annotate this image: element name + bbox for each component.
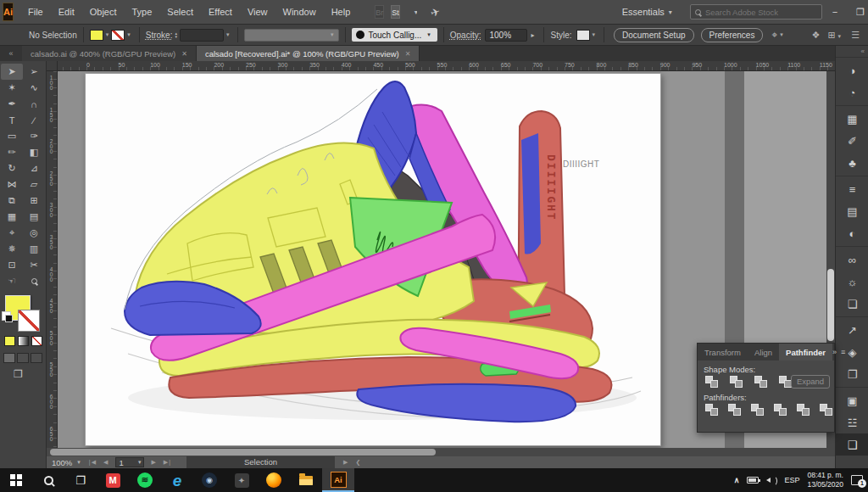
- menu-view[interactable]: View: [240, 7, 275, 17]
- tab-transform[interactable]: Transform: [698, 344, 748, 361]
- stroke-weight-field[interactable]: [180, 29, 224, 42]
- opacity-label[interactable]: Opacity:: [450, 31, 481, 40]
- panel-layout-icon[interactable]: ⊞▾: [827, 30, 843, 41]
- lasso-tool[interactable]: ∿: [23, 80, 45, 96]
- tab-close-icon[interactable]: ✕: [181, 50, 187, 58]
- outline-button[interactable]: [796, 404, 811, 417]
- share-icon[interactable]: ✈: [429, 4, 442, 20]
- fill-color-swatch[interactable]: [90, 30, 103, 41]
- transparency-panel-button[interactable]: ◐: [836, 222, 868, 244]
- direct-selection-tool[interactable]: ➢: [23, 64, 45, 80]
- zoom-tool[interactable]: [23, 273, 45, 289]
- unite-button[interactable]: [704, 376, 721, 389]
- notification-center-icon[interactable]: 1: [851, 475, 863, 485]
- none-button[interactable]: [31, 336, 42, 346]
- color-guide-panel-button[interactable]: ◔: [836, 81, 868, 103]
- last-artboard-icon[interactable]: ▶|: [164, 459, 171, 466]
- appearance-panel-button[interactable]: ☼: [836, 271, 868, 293]
- arrange-icon[interactable]: ❖: [812, 30, 821, 41]
- horizontal-scrollbar-thumb[interactable]: [50, 449, 436, 456]
- artboards-panel-button[interactable]: ❐: [836, 363, 868, 385]
- minus-front-button[interactable]: [729, 376, 746, 389]
- mesh-tool[interactable]: ▦: [1, 209, 23, 225]
- menu-help[interactable]: Help: [324, 7, 359, 17]
- type-tool[interactable]: T: [1, 112, 23, 128]
- tab-pathfinder[interactable]: Pathfinder: [779, 344, 832, 361]
- menu-file[interactable]: File: [20, 7, 51, 17]
- crop-button[interactable]: [773, 404, 788, 417]
- taskbar-search[interactable]: [32, 468, 64, 492]
- chevron-down-icon[interactable]: ▾: [593, 31, 596, 38]
- stock-icon[interactable]: St: [391, 5, 400, 19]
- intersect-button[interactable]: [754, 376, 771, 389]
- first-artboard-icon[interactable]: |◀: [89, 459, 97, 466]
- pathfinder-panel-button[interactable]: ❑: [836, 433, 868, 456]
- pencil-tool[interactable]: ✏: [1, 144, 23, 160]
- taskbar-steam[interactable]: ◉: [193, 468, 225, 492]
- scale-tool[interactable]: ⊿: [23, 160, 45, 176]
- chevron-down-icon[interactable]: ▾: [77, 459, 81, 466]
- gradient-tool[interactable]: ▤: [23, 209, 45, 225]
- panel-menu-icon[interactable]: ≡: [841, 348, 845, 356]
- taskbar-task-view[interactable]: ❐: [64, 468, 97, 492]
- horizontal-scrollbar[interactable]: [47, 448, 835, 456]
- swatches-panel-button[interactable]: ▦: [836, 108, 868, 130]
- minimize-button[interactable]: −: [822, 0, 848, 24]
- menu-edit[interactable]: Edit: [51, 7, 82, 17]
- gradient-button[interactable]: [18, 336, 29, 346]
- taskbar-edge[interactable]: e: [161, 468, 193, 492]
- isolate-selection-icon[interactable]: ⌖: [771, 29, 777, 41]
- rectangle-tool[interactable]: ▭: [1, 128, 23, 144]
- magic-wand-tool[interactable]: ✶: [1, 80, 23, 96]
- chevron-down-icon[interactable]: ▾: [106, 31, 109, 38]
- menu-type[interactable]: Type: [125, 7, 160, 17]
- taskbar-mail-app[interactable]: M: [97, 468, 129, 492]
- workspace-switcher[interactable]: Essentials ▾: [622, 7, 675, 17]
- clock[interactable]: 08:41 p. m. 13/05/2020: [807, 471, 843, 489]
- minus-back-button[interactable]: [819, 404, 834, 417]
- collapse-tabs-icon[interactable]: «: [0, 46, 22, 61]
- volume-icon[interactable]: [766, 476, 776, 484]
- tab-calsado-recovered[interactable]: calsado [Recovered].ai* @ 100% (RGB/GPU …: [197, 46, 420, 61]
- gradient-panel-button[interactable]: ▤: [836, 200, 868, 222]
- free-transform-tool[interactable]: ▱: [23, 176, 45, 193]
- menu-icon[interactable]: ☰: [851, 30, 860, 41]
- stroke-panel-button[interactable]: ≡: [836, 178, 868, 200]
- menu-window[interactable]: Window: [275, 7, 324, 17]
- align-panel-button[interactable]: ☳: [836, 411, 868, 433]
- language-indicator[interactable]: ESP: [784, 476, 799, 484]
- stroke-weight-label[interactable]: Stroke:: [146, 31, 173, 40]
- stroke-color-swatch[interactable]: [111, 30, 125, 41]
- stroke-stepper[interactable]: ▴▾: [175, 31, 177, 38]
- stock-search[interactable]: [690, 4, 822, 20]
- style-swatch[interactable]: [576, 30, 590, 41]
- draw-behind-button[interactable]: [17, 353, 29, 363]
- chevron-down-icon[interactable]: ▾: [780, 31, 783, 38]
- menu-effect[interactable]: Effect: [201, 7, 240, 17]
- width-tool[interactable]: ⋈: [1, 176, 23, 193]
- curvature-tool[interactable]: ∩: [23, 96, 45, 112]
- search-input[interactable]: [705, 8, 817, 17]
- panel-double-arrow-icon[interactable]: »: [832, 348, 837, 356]
- taskbar-file-explorer[interactable]: [290, 468, 322, 492]
- bridge-icon[interactable]: Br: [375, 5, 384, 19]
- document-setup-button[interactable]: Document Setup: [614, 28, 694, 42]
- battery-icon[interactable]: [747, 477, 759, 484]
- default-fill-stroke-icon[interactable]: [2, 311, 11, 321]
- color-button[interactable]: [4, 336, 15, 346]
- menu-object[interactable]: Object: [82, 7, 125, 17]
- draw-normal-button[interactable]: [3, 353, 15, 363]
- artboard-navigation-field[interactable]: 1 ▾: [115, 457, 144, 467]
- collapse-dock-icon[interactable]: «: [836, 46, 868, 57]
- draw-inside-button[interactable]: [31, 353, 42, 363]
- restore-button[interactable]: ❐: [848, 0, 868, 24]
- tray-expand-icon[interactable]: ∧: [734, 476, 740, 484]
- libraries-panel-button[interactable]: ∞: [836, 249, 868, 271]
- expand-button[interactable]: Expand: [791, 375, 830, 389]
- paintbrush-tool[interactable]: ✑: [23, 128, 45, 144]
- export-panel-button[interactable]: ↗: [836, 319, 868, 341]
- eraser-tool[interactable]: ◧: [23, 144, 45, 160]
- graph-tool[interactable]: ▥: [23, 241, 45, 257]
- status-expand-icon[interactable]: ▶: [343, 459, 348, 466]
- opacity-field[interactable]: 100%: [485, 29, 527, 42]
